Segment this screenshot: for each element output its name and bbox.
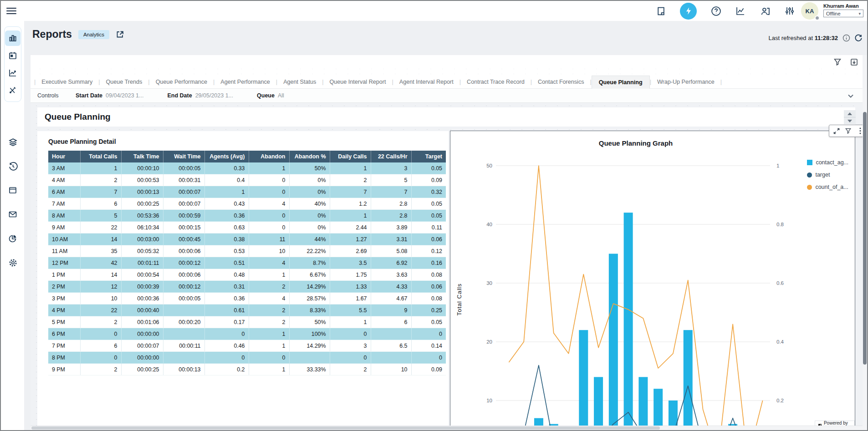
status-select[interactable]: Offline ▾ <box>823 10 863 17</box>
control-value[interactable]: 09/04/2023 1... <box>106 92 143 99</box>
tab-agent-performance[interactable]: Agent Performance <box>214 76 276 88</box>
sidebar-item-pie-chart[interactable] <box>5 231 20 246</box>
legend-item-contact-ag-[interactable]: contact_ag... <box>807 159 848 166</box>
sidebar-item-calendar[interactable] <box>5 48 20 63</box>
bar[interactable] <box>624 213 633 430</box>
refresh-icon[interactable] <box>854 34 863 42</box>
last-refreshed-time: 11:28:32 <box>815 35 838 41</box>
kebab-menu-icon[interactable] <box>857 127 863 134</box>
scroll-down-button[interactable] <box>844 117 856 124</box>
table-cell: 6.92 <box>371 257 411 269</box>
table-cell: 8.7% <box>289 257 330 269</box>
table-cell: 0% <box>289 210 330 222</box>
bar[interactable] <box>609 254 618 431</box>
notes-icon[interactable] <box>655 5 666 16</box>
table-cell: 0.63 <box>204 222 249 233</box>
filter-icon[interactable] <box>845 127 852 134</box>
tab-contract-trace-record[interactable]: Contract Trace Record <box>461 76 531 88</box>
control-start-date[interactable]: Start Date09/04/2023 1... <box>76 92 143 99</box>
flash-icon[interactable] <box>680 3 697 20</box>
bar[interactable] <box>594 377 603 430</box>
controls-collapse-chevron-icon[interactable] <box>847 92 854 100</box>
contacts-icon[interactable] <box>760 5 771 16</box>
tab-queue-performance[interactable]: Queue Performance <box>150 76 213 88</box>
external-link-icon[interactable] <box>116 30 124 39</box>
column-header[interactable]: Agents (Avg) <box>204 151 249 162</box>
control-end-date[interactable]: End Date29/05/2023 1... <box>167 92 233 99</box>
right-axis-tick: 0.8 <box>776 222 784 227</box>
column-header[interactable]: Target <box>411 151 446 162</box>
sidebar-item-design[interactable] <box>5 82 20 98</box>
tab-queue-planning[interactable]: Queue Planning <box>592 76 650 89</box>
bar[interactable] <box>638 377 648 430</box>
horizontal-scrollbar-thumb[interactable] <box>31 426 660 430</box>
legend-item-target[interactable]: target <box>807 172 848 178</box>
tab-contact-forensics[interactable]: Contact Forensics <box>532 76 590 88</box>
table-cell: 0.06 <box>411 281 446 293</box>
sidebar-item-layers[interactable] <box>5 134 20 150</box>
hamburger-menu-icon[interactable] <box>6 6 16 16</box>
bar[interactable] <box>684 330 693 430</box>
scroll-up-button[interactable] <box>844 110 856 117</box>
bar[interactable] <box>579 330 588 430</box>
table-cell: 0.32 <box>411 186 446 198</box>
tab-queue-trends[interactable]: Queue Trends <box>100 76 148 88</box>
table-cell: 00:00:39 <box>121 281 163 293</box>
control-value[interactable]: All <box>278 92 284 99</box>
sidebar-item-settings[interactable] <box>5 255 20 270</box>
chart-svg[interactable]: 501400.8300.6200.4100.2Total Calls <box>450 131 855 430</box>
sidebar-item-reports[interactable] <box>5 30 20 46</box>
table-cell: 00:00:00 <box>121 352 163 364</box>
calendar-icon <box>8 51 17 60</box>
line-series[interactable] <box>509 166 762 430</box>
column-header[interactable]: Abandon % <box>289 151 330 162</box>
tab-wrap-up-performance[interactable]: Wrap-Up Performance <box>651 76 720 88</box>
table-cell: 7 <box>330 186 371 198</box>
column-header[interactable]: Daily Calls <box>330 151 371 162</box>
help-icon[interactable] <box>710 5 721 16</box>
table-cell: 00:00:25 <box>121 198 163 210</box>
table-cell: 2 <box>330 174 371 186</box>
column-header[interactable]: Total Calls <box>80 151 121 162</box>
table-cell: 33.33% <box>289 364 330 375</box>
control-value[interactable]: 29/05/2023 1... <box>195 92 233 99</box>
table-cell: 6 <box>80 198 121 210</box>
sidebar-item-mail[interactable] <box>5 207 20 222</box>
export-icon[interactable] <box>850 58 858 66</box>
tab-agent-status[interactable]: Agent Status <box>277 76 322 88</box>
sidebar-item-analytics[interactable] <box>5 65 20 81</box>
tab-queue-interval-report[interactable]: Queue Interval Report <box>324 76 392 88</box>
right-axis-tick: 0.4 <box>776 339 784 345</box>
table-cell: 4 <box>249 198 289 210</box>
control-queue[interactable]: QueueAll <box>257 92 284 99</box>
maximize-icon[interactable] <box>833 127 840 134</box>
table-cell: 2 PM <box>48 281 80 293</box>
table-cell: 00:00:15 <box>163 222 204 233</box>
table-cell: 8 AM <box>48 210 80 222</box>
column-header[interactable]: 22 Calls/Hr <box>371 151 411 162</box>
tab-executive-summary[interactable]: Executive Summary <box>36 76 98 88</box>
info-icon[interactable] <box>842 34 850 42</box>
column-header[interactable]: Talk Time <box>121 151 163 162</box>
horizontal-scrollbar[interactable] <box>31 426 863 430</box>
table-cell: 44% <box>289 233 330 245</box>
table-cell: 10 AM <box>48 233 80 245</box>
filter-icon[interactable] <box>833 58 842 66</box>
legend-item-count-of-a-[interactable]: count_of_a... <box>807 184 848 190</box>
column-header[interactable]: Abandon <box>249 151 289 162</box>
column-header[interactable]: Hour <box>48 151 80 162</box>
preferences-icon[interactable] <box>784 5 795 16</box>
bar[interactable] <box>654 389 663 430</box>
table-cell: 50% <box>289 316 330 328</box>
sidebar-item-history[interactable] <box>5 158 20 174</box>
table-cell: 0.33 <box>204 162 249 174</box>
metrics-icon[interactable] <box>735 5 746 16</box>
sidebar-item-window[interactable] <box>5 183 20 198</box>
table-cell: 7 PM <box>48 340 80 352</box>
table-cell: 0% <box>289 222 330 233</box>
vertical-scrollbar-thumb[interactable] <box>863 112 867 365</box>
table-cell: 0 <box>249 186 289 198</box>
tab-agent-interval-report[interactable]: Agent Interval Report <box>393 76 460 88</box>
vertical-scrollbar[interactable] <box>863 55 867 430</box>
column-header[interactable]: Wait Time <box>163 151 204 162</box>
